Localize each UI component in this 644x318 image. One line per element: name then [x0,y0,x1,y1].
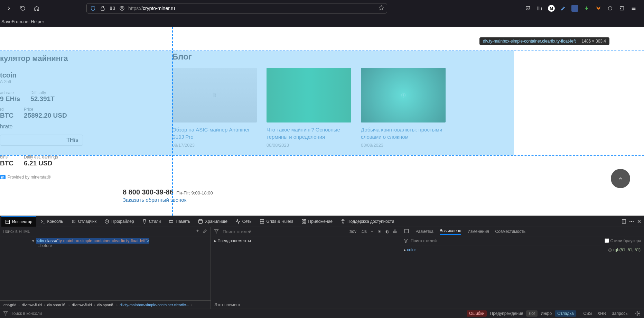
layout-toggle-icon[interactable] [404,228,409,235]
computed-prop[interactable]: color [407,247,416,252]
html-tree[interactable]: ▼ <div class="ty-mainbox-simple-containe… [0,236,211,300]
card-date: 08/08/2023 [361,143,446,148]
light-icon[interactable]: ☀ [377,229,381,234]
hashrate-value: 9 EH/s [0,95,20,103]
devtools-tabs: Инспектор Консоль Отладчик Профайлер Сти… [0,216,644,227]
bookmark-item[interactable]: SaveFrom.net Helper [1,19,44,24]
app-menu-icon[interactable] [630,5,637,12]
filter-debug[interactable]: Отладка [555,310,576,317]
svg-point-21 [343,219,344,220]
bookmark-star-icon[interactable] [379,5,384,12]
filter-info[interactable]: Инфо [538,310,554,317]
svg-rect-17 [302,219,303,221]
filter-errors[interactable]: Ошибки [467,310,487,317]
shield-icon [90,6,96,11]
scroll-to-top-button[interactable] [611,169,630,188]
devtools-tab-memory[interactable]: Память [165,216,194,227]
pseudo-section[interactable]: ▸ Псевдоэлементы [214,238,396,243]
filter-xhr[interactable]: XHR [595,310,608,317]
html-search-input[interactable]: Поиск в HTML [3,229,30,234]
browser-styles-checkbox[interactable]: Стили браузера [605,238,641,243]
rtab-compat[interactable]: Совместимость [495,229,525,234]
svg-point-8 [215,96,216,97]
computed-value: rgb(51, 51, 51) [613,247,641,252]
styles-search-input[interactable] [223,229,345,234]
ext-pen-icon[interactable] [560,5,567,12]
hashrate-unit: TH/s [66,137,81,143]
eyedropper-icon[interactable] [202,228,208,235]
home-button[interactable] [31,3,42,14]
this-element-label: Этот элемент [211,301,400,309]
devtools-tab-style[interactable]: Стили [138,216,165,227]
ext-blue-icon[interactable] [571,5,578,12]
devtools-tab-a11y[interactable]: Поддержка доступности [337,216,398,227]
cls-toggle[interactable]: .cls [361,229,367,234]
svg-rect-11 [6,220,10,224]
rtab-layout[interactable]: Разметка [416,229,433,234]
difficulty-value: 52.391T [30,95,55,103]
devtools-tab-app[interactable]: Приложение [298,216,336,227]
devtools-tab-storage[interactable]: Хранилище [194,216,231,227]
ext-m-icon[interactable]: M [548,5,555,12]
devtools-dock-icon[interactable] [620,218,627,225]
reward-value: BTC [0,112,13,119]
blog-card[interactable]: ₿ Добыча криптовалюты: простыми словами … [361,68,446,148]
devtools-tab-profiler[interactable]: Профайлер [101,216,138,227]
filter-icon [403,238,409,244]
svg-rect-13 [74,220,75,223]
devtools-ruler-top [0,51,644,51]
console-search-input[interactable]: Поиск в консоли [10,311,42,316]
hov-toggle[interactable]: :hov [348,229,356,234]
svg-rect-15 [169,220,173,222]
svg-rect-19 [302,222,303,223]
color-swatch[interactable] [608,248,612,252]
svg-rect-0 [101,8,104,10]
blog-card[interactable]: Обзор на ASIC-майнер Antminer S19J Pro 0… [172,68,257,148]
dark-icon[interactable]: ◐ [385,229,389,234]
pocket-icon[interactable] [524,5,531,12]
callback-link[interactable]: Заказать обратный звонок [123,197,213,203]
calc-heading: кулятор майнинга [0,54,83,63]
svg-point-28 [637,313,638,314]
bookmark-bar: SaveFrom.net Helper [0,17,644,27]
page-content: div.ty-mainbox-simple-container.clearfix… [0,27,644,216]
devtools-tab-network[interactable]: Сеть [232,216,255,227]
reload-button[interactable] [17,3,28,14]
coins-value: BTC [0,160,13,167]
svg-rect-1 [110,7,112,10]
url-bar[interactable]: https://crypto-miner.ru [86,3,387,13]
computed-search-input[interactable]: Поиск стилей [411,238,437,243]
card-image [172,68,257,122]
devtools-tab-debugger[interactable]: Отладчик [67,216,100,227]
add-rule-icon[interactable]: + [371,229,373,234]
filter-log[interactable]: Лог [526,310,538,317]
earnings-value: 6.21 USD [24,160,58,167]
devtools-tab-console[interactable]: Консоль [37,216,67,227]
devtools-menu-icon[interactable] [628,218,635,225]
ext-gray-icon[interactable] [607,5,614,12]
svg-point-25 [631,221,632,222]
filter-warnings[interactable]: Предупреждения [487,310,525,317]
rtab-computed[interactable]: Вычислено [440,228,461,235]
rtab-changes[interactable]: Изменения [467,229,489,234]
forward-button[interactable] [3,3,15,14]
svg-rect-12 [72,220,73,223]
breadcrumb[interactable]: ent-grid› div.row-fluid› div.span16.› di… [0,300,211,309]
print-icon[interactable]: 🖶 [393,229,397,234]
hashrate-input[interactable]: TH/s [0,135,83,146]
ext-metamask-icon[interactable] [595,5,602,12]
filter-css[interactable]: CSS [581,310,595,317]
devtools-tab-inspector[interactable]: Инспектор [1,216,36,227]
devtools-tab-grids[interactable]: Grids & Rulers [256,216,297,227]
cookies-icon [119,6,125,11]
ext-green-arrow-icon[interactable] [583,5,590,12]
phone-block: 8 800 300-39-86 Пн-Пт: 9:00-18:00 Заказа… [123,188,213,203]
mining-calculator: кулятор майнинга tcoin A-256 ashrate9 EH… [0,54,83,180]
devtools-close-icon[interactable] [636,218,643,225]
add-element-icon[interactable]: + [196,228,199,235]
blog-card[interactable]: Что такое майнинг? Основные термины и оп… [267,68,351,148]
console-settings-icon[interactable] [634,310,641,317]
library-icon[interactable] [536,5,543,12]
extensions-icon[interactable] [618,5,625,12]
filter-requests[interactable]: Запросы [609,310,631,317]
